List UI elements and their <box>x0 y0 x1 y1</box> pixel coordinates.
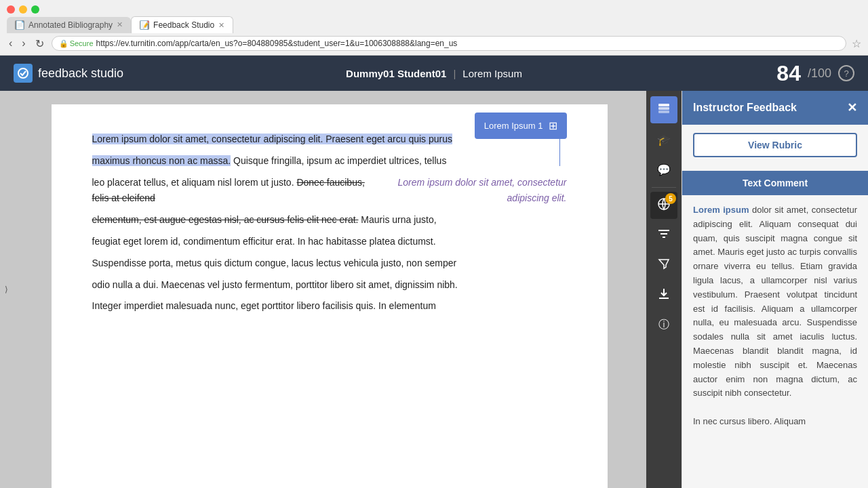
comment-highlight-link[interactable]: Lorem ipsum <box>693 205 749 215</box>
address-field[interactable]: 🔒 Secure https://ev.turnitin.com/app/car… <box>52 36 846 51</box>
help-button[interactable]: ? <box>838 65 854 81</box>
document-area: Lorem Ipsum 1 ⊞ Lorem ipsum dolor sit am… <box>12 91 646 488</box>
highlighted-text-1: Lorem ipsum dolor sit amet, consectetur … <box>92 134 453 144</box>
header-right: 84 /100 ? <box>776 61 854 86</box>
paragraph-5: feugiat eget lorem id, condimentum effic… <box>92 234 567 250</box>
highlighted-text-2: maximus rhoncus non ac massa. <box>92 155 231 166</box>
header-center: Dummy01 Student01 | Lorem Ipsum <box>346 68 522 79</box>
strikethrough-text-4: elementum, est augue egestas nisl, ac cu… <box>92 214 359 225</box>
text-5: feugiat eget lorem id, condimentum effic… <box>92 236 436 247</box>
filter-tool-button[interactable] <box>650 222 677 249</box>
toggle-icon: ⟩ <box>5 285 8 294</box>
assignment-name: Lorem Ipsum <box>462 68 522 79</box>
paragraph-7: odio nulla a dui. Maecenas vel justo fer… <box>92 277 567 293</box>
app-header: feedback studio Dummy01 Student01 | Lore… <box>0 56 868 91</box>
right-tools-panel: 🎓 💬 5 <box>646 91 682 488</box>
minimize-traffic[interactable] <box>19 5 27 14</box>
graduation-tool-button[interactable]: 🎓 <box>650 126 677 153</box>
student-name: Dummy01 Student01 <box>346 68 446 79</box>
normal-text-3: leo placerat tellus, et aliquam nisl lor… <box>92 177 297 188</box>
svg-rect-1 <box>658 104 669 106</box>
tab-close-bibliography[interactable]: ✕ <box>117 20 123 29</box>
tooltip-label: Lorem Ipsum 1 <box>484 119 543 134</box>
p3-content: leo placerat tellus, et aliquam nisl lor… <box>92 175 366 207</box>
grid-icon: ⊞ <box>549 117 557 135</box>
paragraph-3: leo placerat tellus, et aliquam nisl lor… <box>92 175 567 207</box>
secure-label: Secure <box>70 39 94 47</box>
back-button[interactable]: ‹ <box>7 37 14 49</box>
text-8: Integer imperdiet malesuada nunc, eget p… <box>92 300 436 311</box>
panel-title: Instructor Feedback <box>693 102 797 114</box>
left-panel-toggle[interactable]: ⟩ <box>0 91 12 488</box>
maximize-traffic[interactable] <box>31 5 39 14</box>
paragraph-6: Suspendisse porta, metus quis dictum con… <box>92 256 567 272</box>
comment-tool-button[interactable]: 💬 <box>650 156 677 183</box>
originality-badge: 5 <box>665 193 676 204</box>
info-icon: ⓘ <box>658 318 669 332</box>
app-name: feedback studio <box>38 66 123 81</box>
tab-bibliography-label: Annotated Bibliography <box>28 20 113 30</box>
info-tool-button[interactable]: ⓘ <box>650 311 677 338</box>
svg-point-0 <box>18 68 28 78</box>
text-6: Suspendisse porta, metus quis dictum con… <box>92 258 457 268</box>
document-page: Lorem Ipsum 1 ⊞ Lorem ipsum dolor sit am… <box>52 104 608 488</box>
paragraph-2: maximus rhoncus non ac massa. Quisque fr… <box>92 153 567 169</box>
tabs-bar: 📄 Annotated Bibliography ✕ 📝 Feedback St… <box>0 16 868 33</box>
header-divider: | <box>453 68 456 79</box>
refresh-button[interactable]: ↻ <box>33 37 46 50</box>
text-comment-header: Text Comment <box>682 171 868 195</box>
download-tool-button[interactable] <box>650 281 677 308</box>
tooltip-connector <box>559 139 560 166</box>
svg-rect-3 <box>658 110 669 113</box>
annotation-tooltip[interactable]: Lorem Ipsum 1 ⊞ <box>475 113 567 139</box>
download-icon <box>657 287 671 303</box>
browser-chrome: 📄 Annotated Bibliography ✕ 📝 Feedback St… <box>0 0 868 56</box>
tab-feedback-studio[interactable]: 📝 Feedback Studio ✕ <box>131 16 233 33</box>
tool-separator <box>652 187 676 188</box>
address-bar: ‹ › ↻ 🔒 Secure https://ev.turnitin.com/a… <box>0 33 868 55</box>
score-total: /100 <box>808 66 831 81</box>
originality-tool-button[interactable]: 5 <box>650 192 677 219</box>
tab-bibliography[interactable]: 📄 Annotated Bibliography ✕ <box>7 17 131 33</box>
feedback-panel: Instructor Feedback ✕ View Rubric Text C… <box>682 91 868 488</box>
secure-badge: 🔒 <box>59 39 68 48</box>
paragraph-8: Integer imperdiet malesuada nunc, eget p… <box>92 298 567 314</box>
funnel-tool-button[interactable] <box>650 251 677 279</box>
normal-text-4: Mauris urna justo, <box>358 214 436 225</box>
graduation-icon: 🎓 <box>657 134 671 146</box>
close-traffic[interactable] <box>7 5 15 14</box>
traffic-lights <box>0 0 868 16</box>
view-rubric-button[interactable]: View Rubric <box>693 133 857 157</box>
layers-icon <box>656 101 671 119</box>
panel-header: Instructor Feedback ✕ <box>682 91 868 125</box>
star-bookmark[interactable]: ☆ <box>852 37 861 50</box>
tab-favicon: 📄 <box>15 20 24 30</box>
text-7: odio nulla a dui. Maecenas vel justo fer… <box>92 279 458 290</box>
italic-comment-3: Lorem ipsum dolor sit amet, consectetur … <box>380 175 567 207</box>
forward-button[interactable]: › <box>20 37 27 49</box>
main-layout: ⟩ Lorem Ipsum 1 ⊞ Lorem ipsum dolor sit … <box>0 91 868 488</box>
panel-close-button[interactable]: ✕ <box>847 100 857 115</box>
logo-icon <box>14 64 33 83</box>
address-text: https://ev.turnitin.com/app/carta/en_us?… <box>96 39 458 48</box>
funnel-icon <box>657 257 671 273</box>
svg-rect-2 <box>658 107 669 110</box>
filter-icon <box>657 227 671 243</box>
tab-favicon-2: 📝 <box>140 20 149 30</box>
normal-text-2: Quisque fringilla, ipsum ac imperdiet ul… <box>231 155 446 166</box>
help-icon: ? <box>844 68 848 79</box>
app-logo: feedback studio <box>14 64 123 83</box>
comment-text: Lorem ipsum dolor sit amet, consectetur … <box>682 195 868 488</box>
tab-close-feedback[interactable]: ✕ <box>218 21 224 30</box>
comment-body: dolor sit amet, consectetur adipiscing e… <box>693 205 857 426</box>
comment-icon: 💬 <box>657 163 671 176</box>
paragraph-4: elementum, est augue egestas nisl, ac cu… <box>92 212 567 228</box>
layers-tool-button[interactable] <box>650 96 677 123</box>
tab-feedback-label: Feedback Studio <box>153 20 214 30</box>
score-value: 84 <box>776 61 801 86</box>
